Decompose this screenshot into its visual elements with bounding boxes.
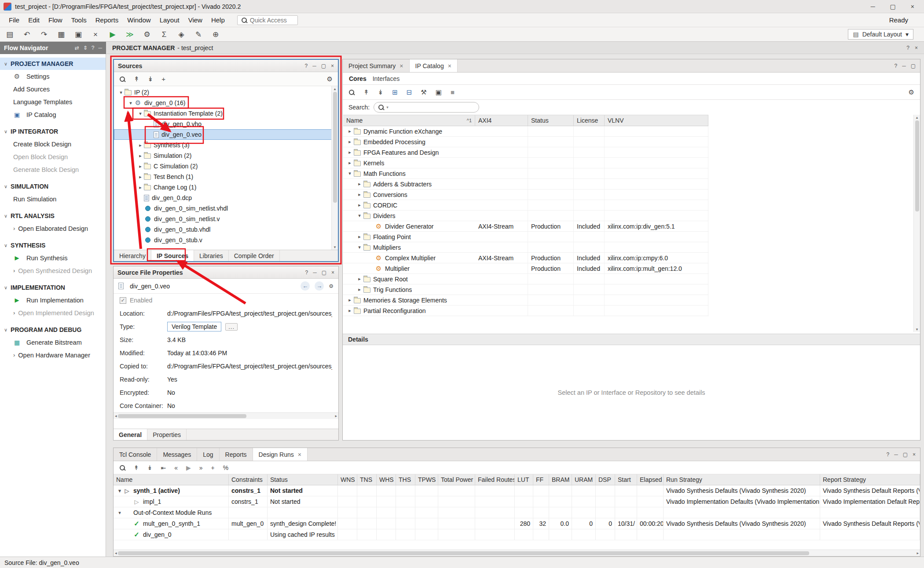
catalog-row[interactable]: Complex Multiplier AXI4-Stream Productio… bbox=[343, 253, 708, 263]
expander-icon[interactable]: ▸ bbox=[346, 297, 354, 303]
catalog-row[interactable]: ▸ Square Root bbox=[343, 274, 708, 284]
horizontal-scrollbar[interactable] bbox=[114, 550, 920, 556]
panel-tab[interactable]: Tcl Console bbox=[114, 448, 157, 461]
minimize-panel-icon[interactable] bbox=[894, 451, 898, 458]
expander-icon[interactable]: ▾ bbox=[346, 171, 354, 176]
column-header-whs[interactable]: WHS bbox=[377, 474, 396, 485]
catalog-row[interactable]: ▸ Dynamic Function eXchange bbox=[343, 126, 708, 137]
flow-nav-item[interactable]: › Open Synthesized Design bbox=[0, 264, 106, 277]
flow-nav-section-header[interactable]: RTL ANALYSIS bbox=[0, 210, 106, 222]
menu-item[interactable]: Reports bbox=[91, 14, 123, 26]
expander-icon[interactable]: ▸ bbox=[346, 308, 354, 313]
settings-icon[interactable] bbox=[329, 283, 334, 289]
step-icon[interactable] bbox=[125, 29, 135, 40]
source-tree-item[interactable]: div_gen_0.dcp bbox=[114, 193, 338, 203]
scrollbar-thumb[interactable] bbox=[118, 551, 809, 555]
expander-icon[interactable]: ▾ bbox=[356, 213, 363, 218]
save-icon[interactable] bbox=[4, 29, 15, 40]
menu-item[interactable]: Window bbox=[123, 14, 155, 26]
step-forward-icon[interactable] bbox=[199, 464, 203, 471]
source-tree-item[interactable]: div_gen_0_stub.v bbox=[114, 235, 338, 245]
expander-icon[interactable]: ▾ bbox=[116, 488, 123, 494]
dock-icon[interactable] bbox=[75, 45, 79, 51]
edit-icon[interactable] bbox=[193, 29, 204, 40]
flow-nav-item[interactable]: Add Sources bbox=[0, 83, 106, 95]
column-header-tpws[interactable]: TPWS bbox=[415, 474, 438, 485]
close-panel-icon[interactable] bbox=[331, 63, 334, 69]
back-icon[interactable] bbox=[301, 281, 310, 291]
quick-access-input[interactable] bbox=[250, 17, 294, 24]
expander-icon[interactable]: ▸ bbox=[356, 287, 363, 292]
browse-button[interactable]: ... bbox=[225, 323, 238, 331]
minimize-button[interactable] bbox=[871, 3, 875, 10]
column-header-license[interactable]: License bbox=[574, 115, 605, 126]
report-icon[interactable] bbox=[159, 29, 169, 40]
expander-icon[interactable]: ▸ bbox=[137, 153, 144, 159]
help-icon[interactable] bbox=[894, 63, 897, 69]
settings-icon[interactable] bbox=[909, 88, 914, 96]
help-icon[interactable] bbox=[906, 45, 909, 51]
scrollbar-thumb[interactable] bbox=[333, 92, 337, 203]
flow-nav-section-header[interactable]: PROJECT MANAGER bbox=[0, 58, 106, 70]
column-header-bram[interactable]: BRAM bbox=[549, 474, 572, 485]
flow-nav-item[interactable]: Run Implementation bbox=[0, 294, 106, 306]
vertical-scrollbar[interactable] bbox=[331, 86, 338, 250]
source-tree-item[interactable]: div_gen_0.veo bbox=[114, 129, 338, 140]
vertical-scrollbar[interactable] bbox=[913, 115, 920, 332]
design-run-row[interactable]: div_gen_0 Using cached IP results bbox=[114, 529, 920, 540]
expander-icon[interactable]: ▸ bbox=[346, 128, 354, 134]
expand-all-icon[interactable] bbox=[147, 464, 153, 471]
expander-icon[interactable]: ▸ bbox=[356, 202, 363, 208]
flow-nav-item[interactable]: IP Catalog bbox=[0, 108, 106, 121]
source-tree-item[interactable]: ▸ Simulation (2) bbox=[114, 150, 338, 161]
float-panel-icon[interactable] bbox=[322, 269, 326, 276]
catalog-row[interactable]: ▸ CORDIC bbox=[343, 200, 708, 211]
minimize-panel-icon[interactable] bbox=[98, 45, 102, 51]
menu-item[interactable]: Help bbox=[207, 14, 229, 26]
expander-icon[interactable]: ▸ bbox=[356, 276, 363, 282]
customize-icon[interactable] bbox=[421, 88, 426, 96]
forward-icon[interactable] bbox=[315, 281, 324, 291]
expander-icon[interactable]: ▸ bbox=[137, 142, 144, 148]
column-header-wns[interactable]: WNS bbox=[338, 474, 357, 485]
search-icon[interactable] bbox=[119, 76, 125, 82]
catalog-row[interactable]: ▸ Trig Functions bbox=[343, 284, 708, 295]
run-icon[interactable] bbox=[186, 464, 191, 471]
help-icon[interactable] bbox=[304, 63, 308, 69]
source-tree-item[interactable]: ▸ C Simulation (2) bbox=[114, 161, 338, 171]
column-header-failed-routes[interactable]: Failed Routes bbox=[475, 474, 515, 485]
flow-nav-item[interactable]: Run Synthesis bbox=[0, 251, 106, 264]
hierarchy-view-icon[interactable] bbox=[392, 88, 398, 96]
catalog-search-box[interactable] bbox=[374, 102, 479, 113]
column-header-name[interactable]: Name bbox=[114, 474, 229, 485]
expander-icon[interactable]: ▸ bbox=[137, 185, 144, 190]
expander-icon[interactable]: ▸ bbox=[356, 234, 363, 240]
flow-nav-item[interactable]: Language Templates bbox=[0, 95, 106, 108]
catalog-row[interactable]: ▸ Partial Reconfiguration bbox=[343, 306, 708, 316]
source-tree-item[interactable]: div_gen_0.vho bbox=[114, 119, 338, 129]
panel-bottom-tab[interactable]: Properties bbox=[147, 429, 187, 440]
column-header-elapsed[interactable]: Elapsed bbox=[637, 474, 664, 485]
menu-item[interactable]: Edit bbox=[24, 14, 44, 26]
create-run-icon[interactable] bbox=[211, 464, 215, 471]
collapse-all-icon[interactable] bbox=[134, 75, 139, 83]
tab-close-icon[interactable] bbox=[400, 62, 403, 69]
panel-tab[interactable]: Reports bbox=[220, 448, 253, 461]
source-tree-item[interactable]: ▾ Instantiation Template (2) bbox=[114, 108, 338, 119]
column-header-vlnv[interactable]: VLNV bbox=[605, 115, 708, 126]
flow-nav-item[interactable]: Generate Block Design bbox=[0, 163, 106, 176]
delete-icon[interactable] bbox=[90, 29, 101, 40]
catalog-row[interactable]: ▸ Embedded Processing bbox=[343, 137, 708, 147]
catalog-row[interactable]: ▾ Math Functions bbox=[343, 168, 708, 179]
expand-all-icon[interactable] bbox=[148, 75, 154, 83]
flow-nav-item[interactable]: Create Block Design bbox=[0, 138, 106, 150]
flow-nav-item[interactable]: Run Simulation bbox=[0, 193, 106, 205]
settings-icon[interactable] bbox=[327, 75, 333, 83]
source-tree-item[interactable]: ▸ Synthesis (3) bbox=[114, 140, 338, 150]
catalog-row[interactable]: Multiplier Production Included xilinx.co… bbox=[343, 263, 708, 274]
panel-bottom-tab[interactable]: Compile Order bbox=[229, 250, 280, 261]
catalog-row[interactable]: ▾ Multipliers bbox=[343, 242, 708, 253]
column-header-report-strategy[interactable]: Report Strategy bbox=[820, 474, 920, 485]
source-tree-item[interactable]: div_gen_0_stub.vhdl bbox=[114, 224, 338, 235]
expand-sections-icon[interactable] bbox=[83, 45, 88, 51]
